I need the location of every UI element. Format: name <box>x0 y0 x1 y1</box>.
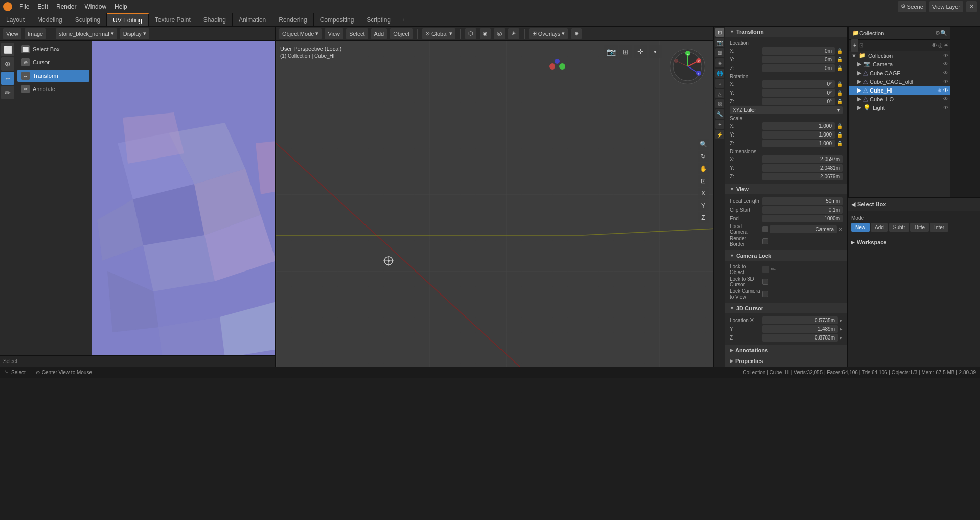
menu-window[interactable]: Window <box>80 2 110 11</box>
annotate-tool-btn[interactable]: ✏ <box>1 86 14 99</box>
scene-settings-icon[interactable]: 🌐 <box>715 69 724 78</box>
outliner-item-cube-cage-old[interactable]: ▶ △ Cube_CAGE_old 👁 <box>849 77 950 86</box>
shading-wireframe[interactable]: ⬡ <box>465 28 476 39</box>
annotations-header[interactable]: ▶ Annotations <box>725 345 847 355</box>
object-mode-selector[interactable]: Object Mode ▾ <box>279 28 322 39</box>
lock-cursor-checkbox[interactable] <box>762 279 768 285</box>
loc-z-lock-icon[interactable]: 🔒 <box>837 65 843 71</box>
tab-animation[interactable]: Animation <box>233 13 272 26</box>
object-properties-header[interactable]: ▶ Properties <box>725 356 847 366</box>
uv-display-btn[interactable]: Display ▾ <box>120 28 149 39</box>
add-workspace-btn[interactable]: + <box>397 15 411 25</box>
cube-lo-eye-icon[interactable]: 👁 <box>943 96 948 102</box>
shading-solid[interactable]: ◉ <box>480 28 491 39</box>
mode-intersect-btn[interactable]: Inter <box>930 223 948 232</box>
loc-x-value[interactable]: 0m <box>762 47 835 55</box>
outliner-item-cube-cage[interactable]: ▶ △ Cube CAGE 👁 <box>849 69 950 77</box>
mode-difference-btn[interactable]: Diffe <box>910 223 929 232</box>
rot-x-value[interactable]: 0° <box>762 80 835 88</box>
outliner-item-cube-hi[interactable]: ▶ △ Cube_HI ⊕ 👁 <box>849 86 950 95</box>
focal-value[interactable]: 50mm <box>762 197 843 205</box>
tab-texture-paint[interactable]: Texture Paint <box>149 13 197 26</box>
scene-props-icon[interactable]: ⊡ <box>715 28 724 37</box>
gizmos-btn[interactable]: ⊕ <box>571 28 582 39</box>
scale-x-value[interactable]: 1.000 <box>762 122 835 130</box>
select-box-tool-btn[interactable]: ⬜ <box>1 43 14 56</box>
pan-btn[interactable]: ✋ <box>698 163 709 174</box>
zoom-btn[interactable]: 🔍 <box>698 139 709 150</box>
cube-hi-eye-icon[interactable]: 👁 <box>943 87 948 93</box>
shading-rendered[interactable]: ☀ <box>508 28 519 39</box>
transform-header[interactable]: ▼ Transform <box>725 27 847 37</box>
world-props-icon[interactable]: ○ <box>715 79 724 88</box>
tab-scripting[interactable]: Scripting <box>360 13 397 26</box>
nav-circle[interactable]: X Y Z <box>670 49 705 84</box>
loc-y-value[interactable]: 0m <box>762 56 835 63</box>
constraints-icon[interactable]: ⛓ <box>715 99 724 108</box>
output-props-icon[interactable]: 🖼 <box>715 48 724 57</box>
tool-cursor[interactable]: ⊕ Cursor <box>17 56 89 69</box>
pivot-selector[interactable]: ⊙ Global ▾ <box>422 28 455 39</box>
view-menu-3d[interactable]: View <box>325 28 343 39</box>
tab-shading[interactable]: Shading <box>197 13 233 26</box>
uv-image-menu[interactable]: Image <box>25 28 47 39</box>
workspace-back-icon[interactable]: ◀ <box>851 201 855 208</box>
ortho-z-btn[interactable]: Z <box>698 212 709 223</box>
menu-edit[interactable]: Edit <box>33 2 52 11</box>
outliner-item-camera[interactable]: ▶ 📷 Camera 👁 <box>849 60 950 69</box>
viewport-3d[interactable]: User Perspective (Local) (1) Collection … <box>276 41 713 367</box>
menu-file[interactable]: File <box>15 2 33 11</box>
rot-y-value[interactable]: 0° <box>762 89 835 97</box>
cage-old-eye-icon[interactable]: 👁 <box>943 79 948 84</box>
tool-transform[interactable]: ↔ Transform <box>17 70 89 82</box>
scale-z-lock-icon[interactable]: 🔒 <box>837 141 843 146</box>
cursor-3d-header[interactable]: ▼ 3D Cursor <box>725 303 847 313</box>
loc-y-lock-icon[interactable]: 🔒 <box>837 57 843 62</box>
outliner-view-icon[interactable]: ⊡ <box>859 42 863 48</box>
image-name-selector[interactable]: stone_block_normal ▾ <box>56 28 117 39</box>
filter-icon[interactable]: ⚙ <box>935 30 940 36</box>
tab-layout[interactable]: Layout <box>0 13 31 26</box>
engine-selector[interactable]: ⚙ Scene <box>898 1 926 12</box>
rot-z-lock-icon[interactable]: 🔒 <box>837 99 843 104</box>
scale-y-lock-icon[interactable]: 🔒 <box>837 132 843 138</box>
rot-y-lock-icon[interactable]: 🔒 <box>837 90 843 96</box>
uv-viewport[interactable] <box>92 41 275 355</box>
outliner-item-cube-lo[interactable]: ▶ △ Cube_LO 👁 <box>849 95 950 103</box>
tab-rendering[interactable]: Rendering <box>272 13 313 26</box>
loc-z-value[interactable]: 0m <box>762 64 835 72</box>
select-icon-outliner[interactable]: ◎ <box>938 42 943 48</box>
lock-obj-edit-icon[interactable]: ✏ <box>771 266 776 273</box>
scale-x-lock-icon[interactable]: 🔒 <box>837 123 843 129</box>
cursor-tool-btn[interactable]: ⊕ <box>1 57 14 71</box>
rotation-mode-selector[interactable]: XYZ Euler ▾ <box>730 106 843 114</box>
render-props-icon[interactable]: 📷 <box>715 38 724 47</box>
light-eye-icon[interactable]: 👁 <box>943 105 948 110</box>
mode-new-btn[interactable]: New <box>851 223 870 232</box>
navigation-gizmo[interactable]: X Y Z <box>667 46 708 87</box>
scale-y-value[interactable]: 1.000 <box>762 131 835 139</box>
ortho-x-btn[interactable]: X <box>698 188 709 199</box>
menu-help[interactable]: Help <box>110 2 131 11</box>
object-props-icon[interactable]: △ <box>715 89 724 98</box>
cam-eye-icon[interactable]: 👁 <box>943 61 948 67</box>
eye-icon[interactable]: 👁 <box>932 42 937 48</box>
grid-view-btn[interactable]: ⊞ <box>619 45 632 58</box>
outliner-add-btn[interactable]: + <box>851 39 858 52</box>
camera-lock-header[interactable]: ▼ Camera Lock <box>725 251 847 261</box>
clip-start-value[interactable]: 0.1m <box>762 206 843 214</box>
crosshair-btn[interactable]: ✛ <box>634 45 647 58</box>
object-menu-3d[interactable]: Object <box>390 28 413 39</box>
tab-modeling[interactable]: Modeling <box>31 13 69 26</box>
cursor-loc-x-value[interactable]: 0.5735m <box>762 316 838 324</box>
rotate-btn[interactable]: ↻ <box>698 151 709 162</box>
clip-end-value[interactable]: 1000m <box>762 215 843 222</box>
view-layer-props-icon[interactable]: ◈ <box>715 58 724 67</box>
view-section-header[interactable]: ▼ View <box>725 184 847 194</box>
camera-clear-icon[interactable]: ✕ <box>838 226 843 233</box>
outliner-item-light[interactable]: ▶ 💡 Light 👁 <box>849 103 950 112</box>
scale-z-value[interactable]: 1.000 <box>762 140 835 147</box>
cage-eye-icon[interactable]: 👁 <box>943 70 948 76</box>
camera-icon-btn[interactable]: 📷 <box>604 45 618 58</box>
lock-cam-view-checkbox[interactable] <box>762 291 768 297</box>
